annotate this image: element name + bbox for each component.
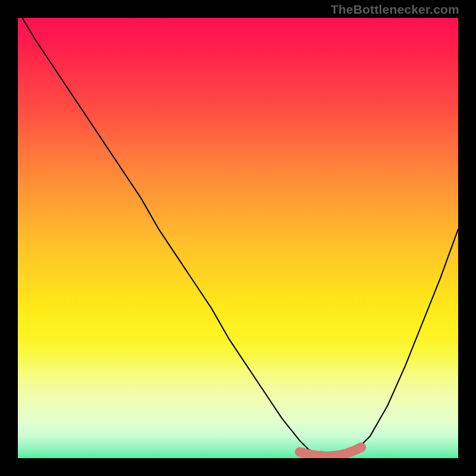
plot-area bbox=[18, 18, 458, 458]
bottleneck-curve-line bbox=[22, 18, 458, 456]
optimal-range-dot-left bbox=[299, 448, 308, 456]
optimal-range-marker bbox=[300, 447, 362, 456]
chart-stage: TheBottlenecker.com bbox=[0, 0, 476, 476]
attribution-label: TheBottlenecker.com bbox=[331, 2, 459, 17]
chart-overlay bbox=[18, 18, 458, 458]
